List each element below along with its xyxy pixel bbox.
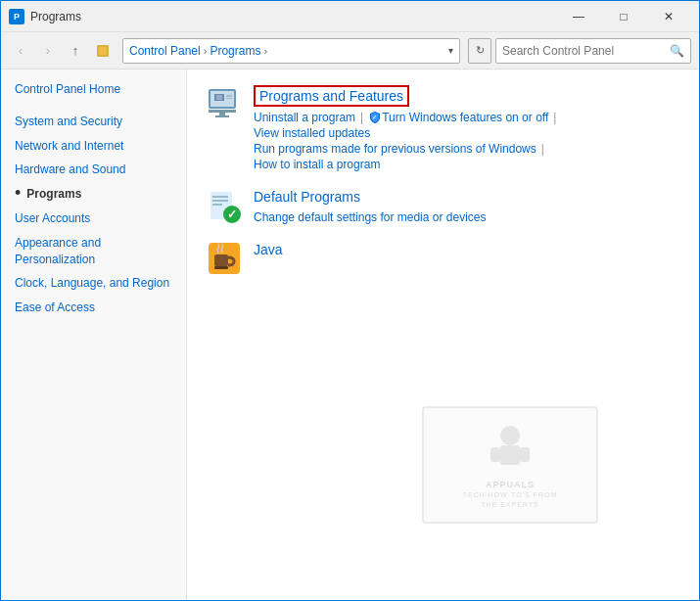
svg-rect-8 — [209, 110, 236, 113]
sidebar-item-programs: Programs — [26, 186, 81, 203]
sidebar-item-network-internet[interactable]: Network and Internet — [1, 134, 186, 159]
link-separator-2: | — [553, 111, 556, 124]
close-button[interactable]: ✕ — [646, 1, 691, 32]
sidebar-item-hardware-sound[interactable]: Hardware and Sound — [1, 158, 186, 182]
main-layout: Control Panel Home System and Security N… — [1, 69, 699, 601]
default-programs-svg-icon: ✓ — [207, 189, 242, 224]
default-programs-link[interactable]: Default Programs — [254, 189, 679, 205]
default-programs-icon: ✓ — [207, 189, 242, 224]
default-programs-subtitle-link[interactable]: Change default settings for media or dev… — [254, 210, 486, 224]
back-button[interactable]: ‹ — [9, 39, 32, 63]
default-programs-content: Default Programs Change default settings… — [254, 189, 679, 225]
breadcrumb: Control Panel › Programs › — [129, 44, 267, 58]
sidebar-item-clock-language[interactable]: Clock, Language, and Region — [1, 271, 186, 296]
uninstall-link[interactable]: Uninstall a program — [254, 111, 355, 124]
sidebar-separator-1 — [1, 102, 186, 110]
search-input[interactable] — [502, 44, 666, 58]
java-content: Java — [254, 241, 679, 258]
svg-text:✓: ✓ — [227, 208, 237, 221]
svg-rect-24 — [520, 447, 530, 462]
previous-versions-link[interactable]: Run programs made for previous versions … — [254, 142, 537, 156]
window-title: Programs — [30, 10, 556, 23]
svg-rect-6 — [226, 95, 232, 97]
svg-rect-13 — [212, 196, 228, 198]
address-bar[interactable]: Control Panel › Programs › ▾ — [122, 38, 460, 64]
sidebar: Control Panel Home System and Security N… — [1, 69, 187, 601]
installed-updates-link[interactable]: View installed updates — [254, 126, 679, 140]
home-button[interactable] — [91, 39, 115, 63]
minimize-button[interactable]: — — [556, 1, 601, 32]
sidebar-item-system-security[interactable]: System and Security — [1, 110, 186, 134]
windows-features-badge: ✓ — [368, 111, 382, 124]
refresh-button[interactable]: ↻ — [468, 38, 491, 64]
programs-features-section: Programs and Features Uninstall a progra… — [207, 85, 679, 173]
svg-rect-23 — [490, 447, 500, 462]
sidebar-item-control-panel-home[interactable]: Control Panel Home — [1, 77, 186, 102]
svg-rect-20 — [214, 266, 228, 269]
breadcrumb-control-panel[interactable]: Control Panel — [129, 44, 201, 58]
maximize-button[interactable]: □ — [601, 1, 646, 32]
up-button[interactable]: ↑ — [64, 39, 87, 63]
programs-features-svg-icon — [207, 85, 242, 120]
sidebar-item-programs-wrapper: • Programs — [1, 182, 186, 207]
svg-point-21 — [500, 426, 520, 445]
sidebar-item-user-accounts[interactable]: User Accounts — [1, 207, 186, 231]
search-box[interactable]: 🔍 — [495, 38, 691, 64]
java-svg-icon — [207, 241, 242, 276]
svg-rect-5 — [216, 95, 222, 100]
sidebar-item-appearance[interactable]: Appearance and Personalization — [1, 231, 186, 272]
svg-rect-1 — [99, 47, 107, 55]
java-icon — [207, 241, 242, 276]
link-separator-3: | — [541, 142, 544, 156]
forward-button[interactable]: › — [36, 39, 60, 63]
how-to-install-link[interactable]: How to install a program — [254, 158, 679, 171]
svg-rect-7 — [226, 98, 232, 99]
java-section: Java — [207, 241, 679, 276]
sidebar-item-ease-access[interactable]: Ease of Access — [1, 296, 186, 320]
link-separator-1: | — [360, 111, 363, 124]
programs-features-icon — [207, 85, 242, 120]
previous-versions-row: Run programs made for previous versions … — [254, 142, 679, 156]
content-area: Programs and Features Uninstall a progra… — [187, 69, 699, 601]
shield-icon: ✓ — [368, 111, 382, 124]
home-icon — [96, 44, 110, 58]
programs-features-links: Uninstall a program | ✓ Turn Windows fea… — [254, 111, 679, 124]
java-link[interactable]: Java — [254, 242, 283, 257]
address-dropdown-button[interactable]: ▾ — [448, 45, 453, 56]
svg-rect-19 — [214, 254, 228, 266]
search-icon: 🔍 — [670, 44, 684, 58]
programs-features-content: Programs and Features Uninstall a progra… — [254, 85, 679, 173]
default-programs-section: ✓ Default Programs Change default settin… — [207, 189, 679, 225]
svg-rect-15 — [212, 204, 222, 206]
watermark-overlay: APPUALSTECH HOW-TO'S FROMTHE EXPERTS — [422, 406, 598, 524]
bullet-icon: • — [15, 184, 21, 202]
navigation-bar: ‹ › ↑ Control Panel › Programs › ▾ ↻ 🔍 — [1, 32, 699, 69]
programs-features-link[interactable]: Programs and Features — [254, 85, 409, 107]
breadcrumb-sep-1: › — [204, 45, 208, 57]
svg-text:✓: ✓ — [372, 115, 377, 120]
windows-features-link[interactable]: Turn Windows features on or off — [382, 111, 548, 124]
breadcrumb-programs[interactable]: Programs — [210, 44, 260, 58]
svg-rect-22 — [500, 445, 520, 465]
svg-rect-10 — [215, 116, 229, 117]
app-icon: P — [9, 9, 24, 24]
svg-rect-14 — [212, 200, 228, 202]
watermark-text: APPUALSTECH HOW-TO'S FROMTHE EXPERTS — [463, 480, 557, 509]
watermark-figure-icon — [481, 421, 539, 480]
title-bar: P Programs — □ ✕ — [1, 1, 699, 32]
breadcrumb-sep-2: › — [263, 45, 267, 57]
window-controls: — □ ✕ — [556, 1, 691, 32]
